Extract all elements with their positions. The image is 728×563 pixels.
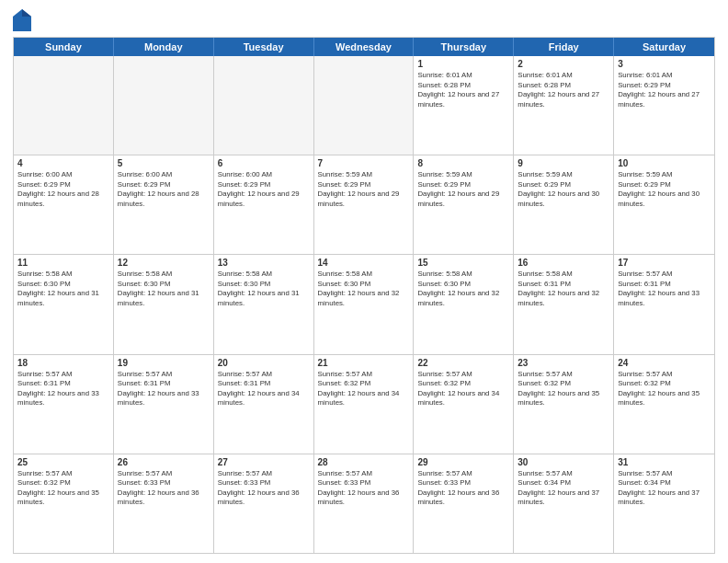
day-number: 25 — [17, 457, 109, 467]
day-number: 2 — [518, 59, 609, 69]
page: SundayMondayTuesdayWednesdayThursdayFrid… — [0, 0, 728, 563]
calendar-cell: 18Sunrise: 5:57 AM Sunset: 6:31 PM Dayli… — [14, 355, 114, 454]
calendar-cell: 16Sunrise: 5:58 AM Sunset: 6:31 PM Dayli… — [514, 255, 614, 353]
day-number: 5 — [118, 158, 210, 168]
day-info: Sunrise: 5:57 AM Sunset: 6:34 PM Dayligh… — [618, 469, 711, 508]
header-day-tuesday: Tuesday — [214, 38, 314, 56]
day-info: Sunrise: 5:57 AM Sunset: 6:33 PM Dayligh… — [118, 469, 210, 508]
header-day-saturday: Saturday — [614, 38, 714, 56]
calendar-body: 1Sunrise: 6:01 AM Sunset: 6:28 PM Daylig… — [14, 56, 714, 553]
day-number: 20 — [218, 358, 310, 368]
day-number: 10 — [618, 158, 711, 168]
day-info: Sunrise: 5:57 AM Sunset: 6:34 PM Dayligh… — [518, 469, 609, 508]
day-info: Sunrise: 5:57 AM Sunset: 6:32 PM Dayligh… — [618, 370, 711, 408]
day-info: Sunrise: 5:57 AM Sunset: 6:32 PM Dayligh… — [518, 370, 609, 408]
header-day-sunday: Sunday — [14, 38, 114, 56]
day-info: Sunrise: 5:58 AM Sunset: 6:31 PM Dayligh… — [518, 270, 609, 308]
calendar-cell: 4Sunrise: 6:00 AM Sunset: 6:29 PM Daylig… — [14, 155, 114, 254]
day-info: Sunrise: 5:59 AM Sunset: 6:29 PM Dayligh… — [618, 170, 711, 209]
day-number: 18 — [17, 358, 109, 368]
day-number: 8 — [417, 158, 509, 168]
calendar-cell: 17Sunrise: 5:57 AM Sunset: 6:31 PM Dayli… — [614, 255, 714, 353]
calendar-row-1: 1Sunrise: 6:01 AM Sunset: 6:28 PM Daylig… — [14, 56, 714, 155]
day-info: Sunrise: 5:57 AM Sunset: 6:32 PM Dayligh… — [17, 469, 109, 508]
day-info: Sunrise: 5:58 AM Sunset: 6:30 PM Dayligh… — [417, 270, 509, 308]
day-info: Sunrise: 6:00 AM Sunset: 6:29 PM Dayligh… — [17, 170, 109, 209]
calendar-cell: 19Sunrise: 5:57 AM Sunset: 6:31 PM Dayli… — [114, 355, 214, 454]
day-info: Sunrise: 5:57 AM Sunset: 6:33 PM Dayligh… — [417, 469, 509, 508]
day-number: 15 — [417, 258, 509, 268]
header-day-wednesday: Wednesday — [314, 38, 415, 56]
calendar-cell — [14, 56, 114, 155]
calendar-cell: 11Sunrise: 5:58 AM Sunset: 6:30 PM Dayli… — [14, 255, 114, 353]
calendar-cell — [214, 56, 314, 155]
day-number: 30 — [518, 457, 609, 467]
day-info: Sunrise: 6:01 AM Sunset: 6:28 PM Dayligh… — [417, 71, 509, 109]
calendar-cell: 22Sunrise: 5:57 AM Sunset: 6:32 PM Dayli… — [414, 355, 514, 454]
day-info: Sunrise: 5:59 AM Sunset: 6:29 PM Dayligh… — [417, 170, 509, 209]
day-number: 9 — [518, 158, 609, 168]
day-info: Sunrise: 5:57 AM Sunset: 6:32 PM Dayligh… — [417, 370, 509, 408]
calendar-cell: 2Sunrise: 6:01 AM Sunset: 6:28 PM Daylig… — [514, 56, 614, 155]
calendar-cell: 3Sunrise: 6:01 AM Sunset: 6:29 PM Daylig… — [614, 56, 714, 155]
calendar-cell: 29Sunrise: 5:57 AM Sunset: 6:33 PM Dayli… — [414, 454, 514, 553]
calendar: SundayMondayTuesdayWednesdayThursdayFrid… — [13, 37, 715, 554]
day-number: 12 — [118, 258, 210, 268]
day-number: 19 — [118, 358, 210, 368]
header-day-friday: Friday — [514, 38, 614, 56]
day-number: 28 — [318, 457, 410, 467]
calendar-cell: 31Sunrise: 5:57 AM Sunset: 6:34 PM Dayli… — [614, 454, 714, 553]
day-number: 17 — [618, 258, 711, 268]
day-info: Sunrise: 5:58 AM Sunset: 6:30 PM Dayligh… — [17, 270, 109, 308]
calendar-cell: 7Sunrise: 5:59 AM Sunset: 6:29 PM Daylig… — [314, 155, 415, 254]
day-info: Sunrise: 5:57 AM Sunset: 6:31 PM Dayligh… — [218, 370, 310, 408]
day-info: Sunrise: 6:01 AM Sunset: 6:29 PM Dayligh… — [618, 71, 711, 109]
calendar-row-2: 4Sunrise: 6:00 AM Sunset: 6:29 PM Daylig… — [14, 155, 714, 255]
day-number: 7 — [318, 158, 410, 168]
day-info: Sunrise: 5:57 AM Sunset: 6:31 PM Dayligh… — [618, 270, 711, 308]
calendar-cell: 27Sunrise: 5:57 AM Sunset: 6:33 PM Dayli… — [214, 454, 314, 553]
calendar-cell: 13Sunrise: 5:58 AM Sunset: 6:30 PM Dayli… — [214, 255, 314, 353]
day-number: 22 — [417, 358, 509, 368]
calendar-cell: 25Sunrise: 5:57 AM Sunset: 6:32 PM Dayli… — [14, 454, 114, 553]
day-info: Sunrise: 5:58 AM Sunset: 6:30 PM Dayligh… — [118, 270, 210, 308]
day-number: 29 — [417, 457, 509, 467]
calendar-cell: 23Sunrise: 5:57 AM Sunset: 6:32 PM Dayli… — [514, 355, 614, 454]
day-number: 1 — [417, 59, 509, 69]
day-number: 23 — [518, 358, 609, 368]
calendar-cell: 9Sunrise: 5:59 AM Sunset: 6:29 PM Daylig… — [514, 155, 614, 254]
calendar-cell: 10Sunrise: 5:59 AM Sunset: 6:29 PM Dayli… — [614, 155, 714, 254]
day-info: Sunrise: 6:01 AM Sunset: 6:28 PM Dayligh… — [518, 71, 609, 109]
day-number: 21 — [318, 358, 410, 368]
day-number: 14 — [318, 258, 410, 268]
calendar-cell: 30Sunrise: 5:57 AM Sunset: 6:34 PM Dayli… — [514, 454, 614, 553]
day-number: 16 — [518, 258, 609, 268]
calendar-cell — [114, 56, 214, 155]
calendar-cell: 15Sunrise: 5:58 AM Sunset: 6:30 PM Dayli… — [414, 255, 514, 353]
calendar-cell: 6Sunrise: 6:00 AM Sunset: 6:29 PM Daylig… — [214, 155, 314, 254]
day-info: Sunrise: 5:57 AM Sunset: 6:31 PM Dayligh… — [118, 370, 210, 408]
calendar-cell: 24Sunrise: 5:57 AM Sunset: 6:32 PM Dayli… — [614, 355, 714, 454]
calendar-cell: 1Sunrise: 6:01 AM Sunset: 6:28 PM Daylig… — [414, 56, 514, 155]
day-number: 6 — [218, 158, 310, 168]
calendar-cell: 21Sunrise: 5:57 AM Sunset: 6:32 PM Dayli… — [314, 355, 415, 454]
day-number: 4 — [17, 158, 109, 168]
day-info: Sunrise: 5:58 AM Sunset: 6:30 PM Dayligh… — [218, 270, 310, 308]
logo — [13, 9, 35, 31]
calendar-cell: 28Sunrise: 5:57 AM Sunset: 6:33 PM Dayli… — [314, 454, 415, 553]
calendar-row-4: 18Sunrise: 5:57 AM Sunset: 6:31 PM Dayli… — [14, 355, 714, 454]
day-number: 24 — [618, 358, 711, 368]
day-number: 26 — [118, 457, 210, 467]
day-number: 3 — [618, 59, 711, 69]
svg-marker-1 — [22, 9, 31, 17]
calendar-cell: 12Sunrise: 5:58 AM Sunset: 6:30 PM Dayli… — [114, 255, 214, 353]
calendar-cell: 26Sunrise: 5:57 AM Sunset: 6:33 PM Dayli… — [114, 454, 214, 553]
calendar-cell: 5Sunrise: 6:00 AM Sunset: 6:29 PM Daylig… — [114, 155, 214, 254]
calendar-cell: 8Sunrise: 5:59 AM Sunset: 6:29 PM Daylig… — [414, 155, 514, 254]
calendar-row-5: 25Sunrise: 5:57 AM Sunset: 6:32 PM Dayli… — [14, 454, 714, 553]
day-info: Sunrise: 6:00 AM Sunset: 6:29 PM Dayligh… — [118, 170, 210, 209]
calendar-cell: 14Sunrise: 5:58 AM Sunset: 6:30 PM Dayli… — [314, 255, 415, 353]
header-day-thursday: Thursday — [414, 38, 514, 56]
day-number: 13 — [218, 258, 310, 268]
day-info: Sunrise: 5:57 AM Sunset: 6:32 PM Dayligh… — [318, 370, 410, 408]
